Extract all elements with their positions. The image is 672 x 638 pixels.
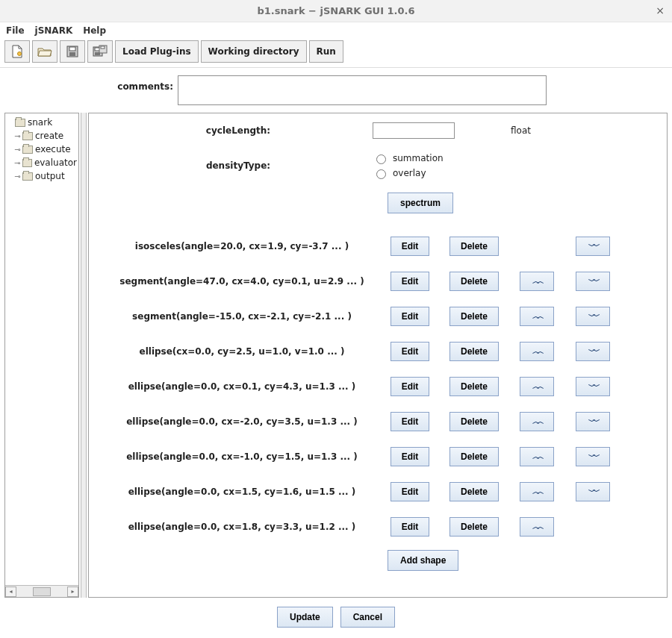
edit-button[interactable]: Edit — [391, 272, 430, 291]
add-shape-button[interactable]: Add shape — [388, 550, 458, 571]
save-icon[interactable] — [60, 40, 85, 63]
delete-button[interactable]: Delete — [449, 517, 499, 537]
delete-button[interactable]: Delete — [449, 482, 499, 501]
tree-item-evaluator[interactable]: ⊸evaluator — [7, 156, 77, 169]
edit-button[interactable]: Edit — [391, 447, 430, 466]
delete-button[interactable]: Delete — [449, 307, 499, 326]
edit-button[interactable]: Edit — [391, 307, 430, 326]
comments-label: comments: — [0, 75, 178, 92]
folder-icon — [22, 159, 32, 167]
move-down-button[interactable]: ﹀﹀ — [576, 412, 610, 431]
cyclelength-label: cycleLength: — [104, 125, 373, 136]
scroll-thumb[interactable] — [33, 587, 51, 596]
tree-item-output[interactable]: ⊸output — [7, 169, 77, 183]
run-button[interactable]: Run — [309, 40, 343, 63]
shape-row: segment(angle=-15.0, cx=-2.1, cy=-2.1 ..… — [104, 298, 652, 334]
move-up-button[interactable]: ︿︿ — [520, 377, 554, 396]
new-file-icon[interactable] — [4, 40, 30, 63]
tree-root[interactable]: snark — [7, 116, 77, 129]
close-icon[interactable]: × — [656, 4, 665, 16]
menubar: File jSNARK Help — [0, 22, 672, 37]
open-folder-icon[interactable] — [32, 40, 57, 63]
shape-row: ellipse(angle=0.0, cx=1.5, cy=1.6, u=1.5… — [104, 474, 652, 509]
scroll-right-icon[interactable]: ▸ — [67, 587, 78, 597]
save-as-icon[interactable] — [87, 40, 113, 63]
move-down-button[interactable]: ﹀﹀ — [576, 482, 610, 501]
move-down-button[interactable]: ﹀﹀ — [576, 237, 610, 256]
footer: Update Cancel — [0, 598, 672, 637]
shape-row: isosceles(angle=20.0, cx=1.9, cy=-3.7 ..… — [104, 228, 652, 263]
window-title: b1.snark − jSNARK GUI 1.0.6 — [257, 5, 414, 16]
menu-help[interactable]: Help — [83, 25, 106, 36]
comments-input[interactable] — [178, 75, 547, 105]
menu-jsnark[interactable]: jSNARK — [35, 25, 73, 36]
move-up-button[interactable]: ︿︿ — [520, 342, 554, 361]
menu-file[interactable]: File — [6, 25, 25, 36]
tree-root-label: snark — [28, 117, 52, 128]
densitytype-summation[interactable]: summation — [373, 152, 496, 164]
move-up-button[interactable]: ︿︿ — [520, 412, 554, 431]
move-down-button[interactable]: ﹀﹀ — [576, 307, 610, 326]
tree-handle-icon[interactable]: ⊸ — [14, 146, 21, 154]
densitytype-overlay[interactable]: overlay — [373, 167, 496, 179]
tree-item-label: create — [35, 131, 63, 141]
chevron-up-icon: ︿︿ — [532, 522, 541, 532]
shape-label: segment(angle=47.0, cx=4.0, cy=0.1, u=2.… — [104, 276, 380, 287]
working-directory-button[interactable]: Working directory — [201, 40, 307, 63]
tree-item-execute[interactable]: ⊸execute — [7, 143, 77, 156]
move-down-button[interactable]: ﹀﹀ — [576, 447, 610, 466]
tree-handle-icon[interactable]: ⊸ — [14, 159, 21, 167]
edit-button[interactable]: Edit — [391, 412, 430, 431]
chevron-down-icon: ﹀﹀ — [588, 276, 597, 287]
cyclelength-input[interactable] — [373, 122, 455, 139]
shape-label: ellipse(cx=0.0, cy=2.5, u=1.0, v=1.0 ...… — [104, 346, 380, 357]
tree-scrollbar[interactable]: ◂ ▸ — [5, 585, 78, 597]
edit-button[interactable]: Edit — [391, 482, 430, 501]
edit-button[interactable]: Edit — [391, 342, 430, 361]
shape-label: ellipse(angle=0.0, cx=1.8, cy=3.3, u=1.2… — [104, 522, 380, 532]
move-up-button[interactable]: ︿︿ — [520, 307, 554, 326]
edit-button[interactable]: Edit — [391, 237, 430, 256]
shape-label: ellipse(angle=0.0, cx=-1.0, cy=1.5, u=1.… — [104, 451, 380, 462]
chevron-down-icon: ﹀﹀ — [588, 311, 597, 322]
svg-rect-8 — [101, 46, 105, 49]
radio-summation[interactable] — [376, 154, 386, 164]
shape-label: segment(angle=-15.0, cx=-2.1, cy=-2.1 ..… — [104, 311, 380, 322]
update-button[interactable]: Update — [277, 607, 333, 628]
move-up-button[interactable]: ︿︿ — [520, 517, 554, 537]
folder-icon — [22, 132, 33, 140]
shape-row: ellipse(angle=0.0, cx=1.8, cy=3.3, u=1.2… — [104, 509, 652, 544]
chevron-down-icon: ﹀﹀ — [588, 416, 597, 427]
titlebar: b1.snark − jSNARK GUI 1.0.6 × — [0, 0, 672, 22]
tree-handle-icon[interactable]: ⊸ — [14, 132, 21, 140]
tree-item-label: execute — [35, 144, 71, 154]
move-down-button[interactable]: ﹀﹀ — [576, 377, 610, 396]
move-down-button[interactable]: ﹀﹀ — [576, 342, 610, 361]
edit-button[interactable]: Edit — [391, 377, 430, 396]
move-down-button[interactable]: ﹀﹀ — [576, 272, 610, 291]
cancel-button[interactable]: Cancel — [340, 607, 395, 628]
split-pane: snark ⊸create⊸execute⊸evaluator⊸output ◂… — [0, 113, 672, 598]
radio-overlay[interactable] — [376, 169, 386, 179]
shape-label: ellipse(angle=0.0, cx=0.1, cy=4.3, u=1.3… — [104, 381, 380, 392]
delete-button[interactable]: Delete — [449, 237, 499, 256]
tree-item-create[interactable]: ⊸create — [7, 129, 77, 143]
tree-handle-icon[interactable]: ⊸ — [14, 172, 21, 181]
load-plugins-button[interactable]: Load Plug-ins — [115, 40, 199, 63]
spectrum-button[interactable]: spectrum — [388, 193, 453, 213]
delete-button[interactable]: Delete — [449, 272, 499, 291]
scroll-left-icon[interactable]: ◂ — [5, 587, 16, 597]
delete-button[interactable]: Delete — [449, 342, 499, 361]
edit-button[interactable]: Edit — [391, 517, 430, 537]
move-up-button[interactable]: ︿︿ — [520, 482, 554, 501]
move-up-button[interactable]: ︿︿ — [520, 447, 554, 466]
split-divider[interactable] — [81, 113, 87, 598]
delete-button[interactable]: Delete — [449, 412, 499, 431]
densitytype-label: densityType: — [104, 160, 373, 171]
chevron-up-icon: ︿︿ — [532, 487, 541, 497]
chevron-up-icon: ︿︿ — [532, 346, 541, 357]
chevron-up-icon: ︿︿ — [532, 381, 541, 392]
move-up-button[interactable]: ︿︿ — [520, 272, 554, 291]
delete-button[interactable]: Delete — [449, 447, 499, 466]
delete-button[interactable]: Delete — [449, 377, 499, 396]
